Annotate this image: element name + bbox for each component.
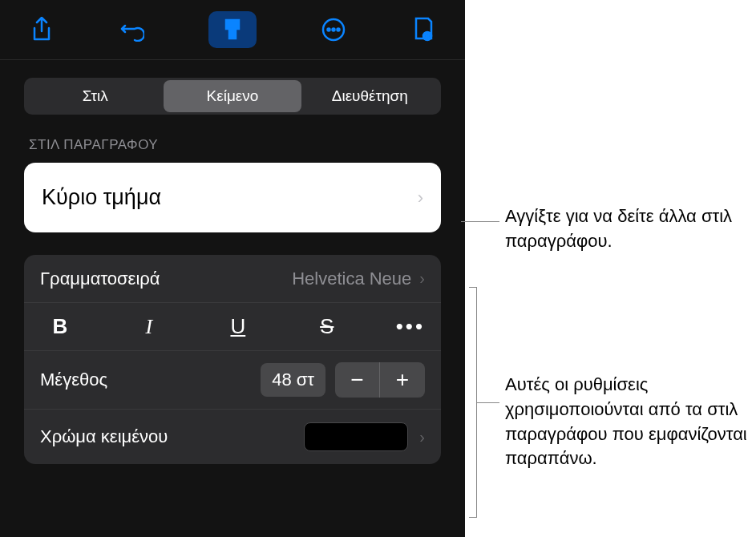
callout-bracket [469, 287, 477, 518]
underline-button[interactable]: U [218, 314, 258, 339]
toolbar [0, 0, 465, 60]
callout-leader-line [461, 221, 499, 222]
color-label: Χρώμα κειμένου [40, 426, 304, 447]
size-decrease-button[interactable]: − [335, 362, 380, 398]
more-icon[interactable] [320, 16, 347, 43]
size-increase-button[interactable]: + [380, 362, 425, 398]
paragraph-style-selector[interactable]: Κύριο τμήμα › [24, 163, 441, 232]
more-formatting-button[interactable]: ••• [396, 314, 425, 339]
tab-arrange[interactable]: Διευθέτηση [301, 80, 439, 112]
font-value: Helvetica Neue [292, 268, 411, 289]
size-stepper: − + [335, 362, 425, 398]
callout-leader-line [477, 402, 499, 403]
color-swatch[interactable] [304, 422, 408, 451]
format-brush-icon[interactable] [208, 11, 257, 48]
paragraph-style-current: Κύριο τμήμα [42, 185, 161, 210]
font-row[interactable]: Γραμματοσειρά Helvetica Neue › [24, 255, 441, 303]
text-settings-group: Γραμματοσειρά Helvetica Neue › B I U S •… [24, 255, 441, 464]
strikethrough-button[interactable]: S [307, 314, 347, 339]
font-label: Γραμματοσειρά [40, 268, 292, 289]
chevron-right-icon: › [418, 188, 423, 208]
font-size-row: Μέγεθος 48 στ − + [24, 351, 441, 410]
callout-paragraph-styles: Αγγίξτε για να δείτε άλλα στιλ παραγράφο… [505, 204, 756, 254]
share-icon[interactable] [28, 16, 55, 43]
svg-point-3 [337, 29, 339, 31]
callout-settings-info: Αυτές οι ρυθμίσεις χρησιμοποιούνται από … [505, 373, 756, 471]
format-inspector-panel: Στιλ Κείμενο Διευθέτηση ΣΤΙΛ ΠΑΡΑΓΡΑΦΟΥ … [0, 0, 465, 537]
inspector-content: Στιλ Κείμενο Διευθέτηση ΣΤΙΛ ΠΑΡΑΓΡΑΦΟΥ … [0, 60, 465, 537]
italic-button[interactable]: I [129, 315, 169, 339]
size-label: Μέγεθος [40, 369, 261, 390]
document-view-icon[interactable] [410, 16, 437, 43]
bold-button[interactable]: B [40, 314, 80, 339]
format-buttons-row: B I U S ••• [24, 303, 441, 351]
inspector-tabs: Στιλ Κείμενο Διευθέτηση [24, 78, 441, 115]
tab-style[interactable]: Στιλ [26, 80, 164, 112]
svg-point-2 [332, 29, 334, 31]
undo-icon[interactable] [119, 16, 146, 43]
tab-text[interactable]: Κείμενο [164, 80, 301, 112]
callout-annotations: Αγγίξτε για να δείτε άλλα στιλ παραγράφο… [465, 0, 756, 537]
svg-point-1 [327, 29, 329, 31]
chevron-right-icon: › [419, 428, 425, 446]
chevron-right-icon: › [419, 269, 425, 288]
size-value-field[interactable]: 48 στ [261, 363, 325, 397]
paragraph-style-heading: ΣΤΙΛ ΠΑΡΑΓΡΑΦΟΥ [24, 137, 441, 153]
svg-point-6 [427, 35, 429, 38]
text-color-row[interactable]: Χρώμα κειμένου › [24, 410, 441, 464]
